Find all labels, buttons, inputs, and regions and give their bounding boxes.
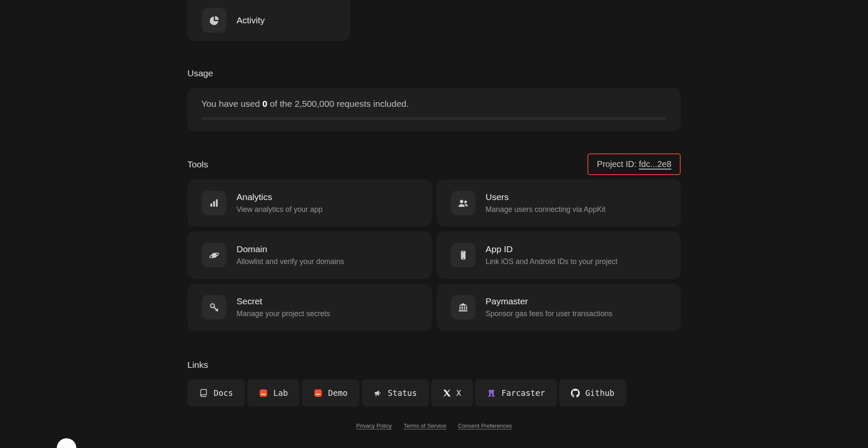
megaphone-icon <box>373 389 382 398</box>
key-icon <box>202 295 226 320</box>
link-label: Farcaster <box>501 388 545 398</box>
mobile-icon <box>451 243 476 267</box>
link-button-status[interactable]: Status <box>362 379 429 406</box>
project-id[interactable]: Project ID: fdc...2e8 <box>587 153 681 175</box>
link-label: Status <box>388 388 417 398</box>
activity-label: Activity <box>236 15 265 25</box>
usage-text-suffix: of the 2,500,000 requests included. <box>267 99 409 109</box>
footer: Privacy Policy Terms of Service Consent … <box>187 423 681 429</box>
tool-title: Secret <box>236 296 330 306</box>
tool-card-analytics[interactable]: Analytics View analytics of your app <box>187 179 432 227</box>
footer-link-terms-of-service[interactable]: Terms of Service <box>403 423 446 429</box>
bank-icon <box>451 295 476 320</box>
github-icon <box>571 389 580 398</box>
link-label: Demo <box>328 388 348 398</box>
link-label: Lab <box>273 388 288 398</box>
link-button-docs[interactable]: Docs <box>187 379 245 406</box>
links-heading: Links <box>187 360 681 370</box>
link-button-lab[interactable]: Lab <box>247 379 300 406</box>
project-id-label: Project ID: <box>597 159 639 169</box>
usage-used-count: 0 <box>262 99 267 109</box>
tool-title: Users <box>486 192 606 202</box>
tool-description: Manage users connecting via AppKit <box>486 205 606 214</box>
planet-icon <box>202 243 226 267</box>
tool-description: Link iOS and Android IDs to your project <box>486 257 618 266</box>
pie-chart-icon <box>202 8 226 33</box>
link-button-x[interactable]: X <box>431 379 473 406</box>
tool-title: Analytics <box>236 192 323 202</box>
tool-card-secret[interactable]: Secret Manage your project secrets <box>187 284 432 331</box>
links-row: Docs Lab Demo <box>187 379 681 406</box>
tool-description: Manage your project secrets <box>236 309 330 318</box>
usage-text: You have used 0 of the 2,500,000 request… <box>201 99 667 109</box>
tool-card-users[interactable]: Users Manage users connecting via AppKit <box>437 179 681 227</box>
usage-text-prefix: You have used <box>201 99 262 109</box>
demo-icon <box>314 389 323 398</box>
footer-link-privacy-policy[interactable]: Privacy Policy <box>356 423 392 429</box>
chat-widget[interactable] <box>57 438 76 448</box>
book-icon <box>199 389 208 398</box>
link-label: X <box>456 388 461 398</box>
tool-title: Domain <box>236 244 344 254</box>
sidebar-item-activity[interactable]: Activity <box>187 0 350 41</box>
x-logo-icon <box>443 389 451 397</box>
link-label: Github <box>585 388 615 398</box>
footer-link-consent-preferences[interactable]: Consent Preferences <box>458 423 512 429</box>
bar-chart-icon <box>202 191 226 215</box>
tool-card-paymaster[interactable]: Paymaster Sponsor gas fees for user tran… <box>437 284 681 331</box>
project-id-value[interactable]: fdc...2e8 <box>639 159 671 169</box>
farcaster-icon <box>487 389 496 398</box>
tool-title: App ID <box>486 244 618 254</box>
link-button-farcaster[interactable]: Farcaster <box>475 379 557 406</box>
tools-heading: Tools <box>187 159 208 170</box>
tool-card-app-id[interactable]: App ID Link iOS and Android IDs to your … <box>437 231 681 279</box>
usage-card: You have used 0 of the 2,500,000 request… <box>187 88 681 131</box>
link-button-github[interactable]: Github <box>559 379 626 406</box>
usage-progress-bar <box>201 117 667 120</box>
link-button-demo[interactable]: Demo <box>302 379 359 406</box>
tool-description: Allowlist and verify your domains <box>236 257 344 266</box>
main-content: Activity Usage You have used 0 of the 2,… <box>187 0 681 429</box>
tool-title: Paymaster <box>486 296 613 306</box>
tools-grid: Analytics View analytics of your app Use… <box>187 179 681 331</box>
lab-icon <box>259 389 268 398</box>
tool-description: Sponsor gas fees for user transactions <box>486 309 613 318</box>
users-icon <box>451 191 476 215</box>
link-label: Docs <box>214 388 233 398</box>
usage-heading: Usage <box>187 68 681 78</box>
tool-description: View analytics of your app <box>236 205 323 214</box>
tool-card-domain[interactable]: Domain Allowlist and verify your domains <box>187 231 432 279</box>
